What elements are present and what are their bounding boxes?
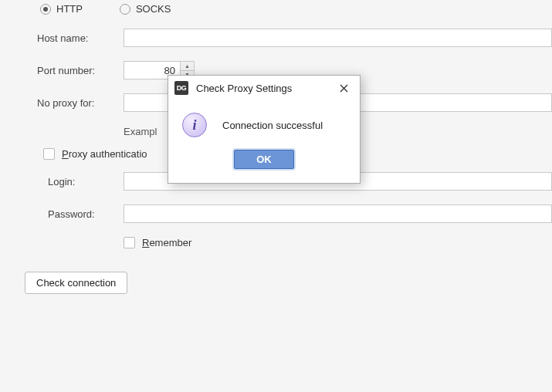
radio-http-label: HTTP <box>56 3 83 15</box>
host-label: Host name: <box>37 32 124 44</box>
login-label: Login: <box>48 176 124 188</box>
dialog-titlebar[interactable]: DG Check Proxy Settings <box>168 76 360 100</box>
check-proxy-dialog: DG Check Proxy Settings i Connection suc… <box>168 75 361 184</box>
info-icon: i <box>182 113 207 137</box>
radio-icon <box>40 4 51 15</box>
remember-label: Remember <box>142 237 191 248</box>
proxy-type-group: HTTP SOCKS <box>40 3 552 15</box>
checkbox-icon <box>124 237 135 248</box>
remember-checkbox[interactable]: Remember <box>124 237 552 248</box>
close-icon[interactable] <box>335 79 352 96</box>
password-input[interactable] <box>124 204 552 223</box>
check-connection-button[interactable]: Check connection <box>25 272 127 294</box>
noproxy-label: No proxy for: <box>37 97 124 109</box>
password-label: Password: <box>48 208 124 220</box>
host-row: Host name: <box>37 29 552 47</box>
proxy-auth-label: Proxy authenticatio <box>62 148 147 160</box>
radio-socks-label: SOCKS <box>136 3 171 15</box>
dialog-title: Check Proxy Settings <box>196 83 335 94</box>
app-icon: DG <box>174 81 188 95</box>
ok-button[interactable]: OK <box>234 150 294 169</box>
dialog-message: Connection successful <box>222 120 323 131</box>
host-input[interactable] <box>124 29 552 47</box>
radio-http[interactable]: HTTP <box>40 3 83 15</box>
port-label: Port number: <box>37 65 124 76</box>
password-row: Password: <box>37 204 552 223</box>
spinner-up-icon[interactable]: ▲ <box>181 62 194 70</box>
dialog-actions: OK <box>168 145 360 183</box>
radio-icon <box>120 4 130 15</box>
dialog-body: i Connection successful <box>168 100 360 145</box>
checkbox-icon <box>43 148 55 160</box>
radio-socks[interactable]: SOCKS <box>120 3 171 15</box>
